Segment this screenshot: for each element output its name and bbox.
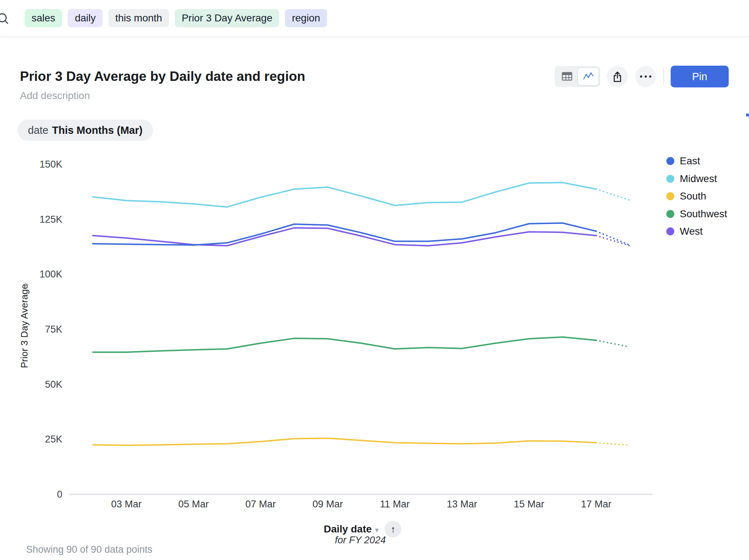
legend-label: West bbox=[680, 226, 703, 237]
series-line-forecast-southwest bbox=[596, 340, 630, 347]
filter-pills: salesdailythis monthPrior 3 Day Averager… bbox=[25, 9, 327, 27]
arrow-up-icon: ↑ bbox=[391, 524, 396, 535]
scroll-indicator bbox=[746, 114, 749, 116]
chart-legend: EastMidwestSouthSouthwestWest bbox=[666, 152, 727, 240]
legend-dot bbox=[666, 192, 674, 200]
series-line-forecast-west bbox=[596, 236, 630, 246]
x-tick-label: 05 Mar bbox=[178, 499, 209, 509]
filter-pill[interactable]: this month bbox=[108, 9, 169, 27]
pin-button[interactable]: Pin bbox=[671, 66, 729, 87]
legend-label: South bbox=[680, 190, 706, 202]
x-axis-ticks: 03 Mar05 Mar07 Mar09 Mar11 Mar13 Mar15 M… bbox=[0, 499, 749, 510]
x-field-note: for FY 2024 bbox=[306, 535, 415, 546]
legend-label: East bbox=[680, 155, 700, 167]
legend-item[interactable]: Southwest bbox=[666, 205, 727, 223]
x-tick-label: 17 Mar bbox=[581, 499, 611, 509]
date-filter-value: This Months (Mar) bbox=[52, 124, 142, 136]
x-tick-label: 15 Mar bbox=[514, 499, 544, 509]
data-points-status: Showing 90 of 90 data points bbox=[26, 544, 152, 555]
header-divider bbox=[663, 67, 664, 86]
y-tick-label: 25K bbox=[22, 434, 62, 444]
add-description[interactable]: Add description bbox=[20, 90, 90, 102]
date-filter-prefix: date bbox=[28, 124, 48, 136]
legend-item[interactable]: Midwest bbox=[666, 170, 727, 188]
caret-down-icon[interactable]: ▾ bbox=[375, 524, 378, 534]
series-line-west bbox=[93, 228, 596, 246]
filter-pill[interactable]: region bbox=[285, 9, 327, 27]
legend-label: Southwest bbox=[680, 208, 727, 220]
y-tick-label: 125K bbox=[22, 214, 62, 225]
legend-label: Midwest bbox=[680, 173, 717, 185]
series-line-east bbox=[93, 223, 596, 245]
legend-dot bbox=[666, 210, 674, 218]
legend-item[interactable]: South bbox=[666, 188, 727, 205]
filter-pill[interactable]: daily bbox=[68, 9, 103, 27]
legend-item[interactable]: West bbox=[666, 223, 727, 240]
table-view-button[interactable] bbox=[556, 67, 578, 86]
legend-item[interactable]: East bbox=[666, 152, 727, 170]
series-line-forecast-east bbox=[596, 231, 630, 245]
filter-pill[interactable]: sales bbox=[25, 9, 62, 27]
x-tick-label: 07 Mar bbox=[245, 499, 276, 509]
series-line-southwest bbox=[93, 337, 596, 352]
x-tick-label: 13 Mar bbox=[447, 499, 477, 509]
search-bar[interactable]: salesdailythis monthPrior 3 Day Averager… bbox=[0, 0, 749, 37]
series-line-south bbox=[93, 438, 596, 445]
magnifier-icon bbox=[0, 12, 10, 28]
series-line-forecast-midwest bbox=[596, 189, 630, 200]
series-line-midwest bbox=[93, 182, 596, 207]
page: salesdailythis monthPrior 3 Day Averager… bbox=[0, 0, 749, 560]
page-title: Prior 3 Day Average by Daily date and re… bbox=[20, 69, 305, 84]
legend-dot bbox=[666, 227, 674, 235]
y-tick-label: 100K bbox=[22, 269, 62, 279]
share-button[interactable] bbox=[607, 66, 628, 87]
ellipsis-icon: ••• bbox=[638, 72, 653, 81]
y-axis-title: Prior 3 Day Average bbox=[19, 284, 30, 368]
export-icon bbox=[612, 71, 623, 83]
x-tick-label: 11 Mar bbox=[380, 499, 410, 509]
view-toggle bbox=[555, 66, 600, 87]
legend-dot bbox=[666, 157, 674, 165]
x-field-label[interactable]: Daily date bbox=[324, 523, 372, 535]
x-tick-label: 09 Mar bbox=[313, 499, 343, 509]
filter-pill[interactable]: Prior 3 Day Average bbox=[175, 9, 279, 27]
date-filter-chip[interactable]: date This Months (Mar) bbox=[17, 120, 153, 141]
y-tick-label: 0 bbox=[22, 489, 62, 499]
chart-view-button[interactable] bbox=[578, 67, 599, 86]
line-chart-icon bbox=[583, 72, 594, 81]
x-tick-label: 03 Mar bbox=[111, 499, 142, 509]
table-icon bbox=[562, 72, 572, 81]
y-tick-label: 50K bbox=[22, 379, 62, 390]
series-line-forecast-south bbox=[596, 442, 630, 445]
y-tick-label: 150K bbox=[22, 159, 62, 169]
legend-dot bbox=[666, 175, 674, 183]
more-button[interactable]: ••• bbox=[635, 66, 656, 87]
